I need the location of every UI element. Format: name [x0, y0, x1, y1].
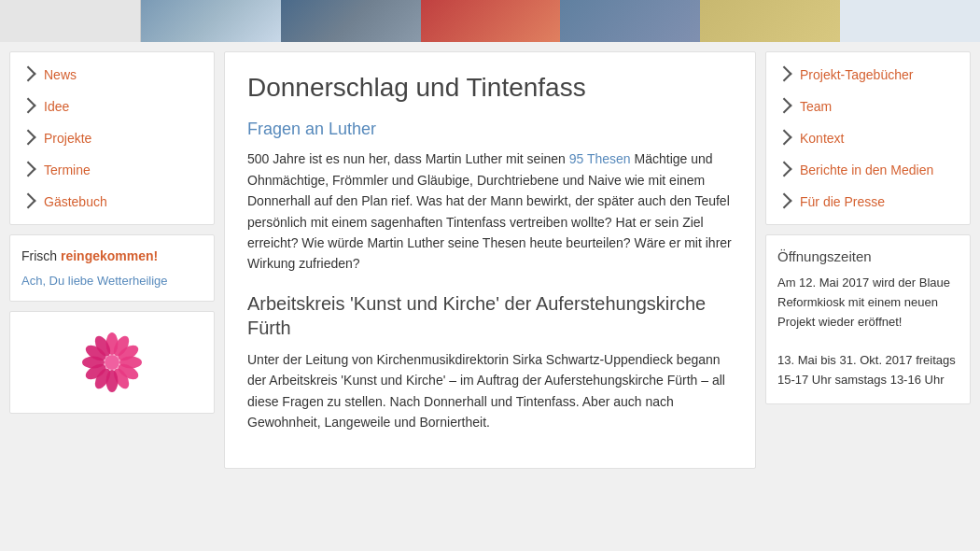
nav-link[interactable]: News	[44, 67, 77, 82]
nav-link[interactable]: Projekte	[44, 131, 91, 146]
pink-flower-box	[9, 311, 215, 414]
right-nav-item[interactable]: Kontext	[776, 127, 960, 149]
nav-arrow-icon	[781, 195, 794, 208]
left-nav-item[interactable]: Idee	[20, 95, 204, 118]
fresh-title-bold: reingekommen!	[61, 248, 158, 263]
main-content: Donnerschlag und Tintenfass Fragen an Lu…	[224, 51, 756, 469]
nav-arrow-icon	[781, 163, 794, 177]
banner-seg4	[421, 0, 561, 42]
body-text-1-link[interactable]: 95 Thesen	[569, 151, 631, 166]
nav-arrow-icon	[25, 100, 38, 113]
nav-arrow-icon	[25, 132, 38, 145]
nav-arrow-icon	[25, 68, 38, 81]
right-nav-item[interactable]: Projekt-Tagebücher	[776, 64, 960, 86]
flower-decoration	[75, 325, 149, 400]
fresh-title: Frisch reingekommen!	[21, 248, 203, 263]
right-nav-link[interactable]: Berichte in den Medien	[800, 162, 933, 177]
nav-arrow-icon	[25, 195, 38, 208]
left-nav-box: NewsIdeeProjekteTermineGästebuch	[9, 51, 215, 225]
fresh-title-start: Frisch	[21, 248, 61, 263]
right-nav-box: Projekt-TagebücherTeamKontextBerichte in…	[765, 51, 971, 225]
right-info-box: Öffnungszeiten Am 12. Mai 2017 wird der …	[765, 234, 971, 404]
info-box-title: Öffnungszeiten	[777, 248, 959, 264]
article-title: Donnerschlag und Tintenfass	[247, 71, 733, 105]
left-nav-item[interactable]: News	[20, 64, 204, 86]
nav-arrow-icon	[781, 100, 794, 113]
top-banner	[0, 0, 980, 42]
nav-arrow-icon	[25, 163, 38, 177]
body-text-1-start: 500 Jahre ist es nun her, dass Martin Lu…	[247, 151, 569, 166]
right-nav-item[interactable]: Team	[776, 95, 960, 118]
nav-link[interactable]: Idee	[44, 99, 69, 114]
nav-arrow-icon	[781, 68, 794, 81]
info-box-text: Am 12. Mai 2017 wird der Blaue Reformkio…	[777, 274, 959, 390]
banner-seg5	[560, 0, 700, 42]
banner-seg7	[840, 0, 980, 42]
fresh-box: Frisch reingekommen! Ach, Du liebe Wette…	[9, 234, 215, 302]
right-sidebar: Projekt-TagebücherTeamKontextBerichte in…	[765, 51, 971, 469]
banner-seg2	[141, 0, 281, 42]
svg-point-12	[105, 355, 119, 370]
left-nav-item[interactable]: Projekte	[20, 127, 204, 149]
nav-arrow-icon	[781, 132, 794, 145]
main-container: NewsIdeeProjekteTermineGästebuch Frisch …	[0, 42, 980, 478]
section2-title: Arbeitskreis 'Kunst und Kirche' der Aufe…	[247, 291, 733, 340]
right-nav-link[interactable]: Kontext	[800, 131, 844, 146]
body-text-1: 500 Jahre ist es nun her, dass Martin Lu…	[247, 148, 733, 274]
right-nav-link[interactable]: Team	[800, 99, 832, 114]
body-text-2: Unter der Leitung von Kirchenmusikdirekt…	[247, 349, 733, 433]
banner-seg1	[0, 0, 141, 42]
left-nav-item[interactable]: Termine	[20, 159, 204, 181]
left-nav-item[interactable]: Gästebuch	[20, 191, 204, 213]
nav-link[interactable]: Gästebuch	[44, 194, 107, 209]
right-nav-link[interactable]: Projekt-Tagebücher	[800, 67, 913, 82]
right-nav-link[interactable]: Für die Presse	[800, 194, 885, 209]
left-sidebar: NewsIdeeProjekteTermineGästebuch Frisch …	[9, 51, 215, 469]
banner-seg3	[281, 0, 421, 42]
right-nav-item[interactable]: Für die Presse	[776, 191, 960, 213]
fresh-link[interactable]: Ach, Du liebe Wetterheilige	[21, 274, 168, 288]
right-nav-item[interactable]: Berichte in den Medien	[776, 159, 960, 181]
banner-seg6	[700, 0, 840, 42]
body-text-1-end: Mächtige und Ohnmächtige, Frömmler und G…	[247, 151, 732, 271]
section-heading: Fragen an Luther	[247, 120, 733, 139]
nav-link[interactable]: Termine	[44, 162, 91, 177]
